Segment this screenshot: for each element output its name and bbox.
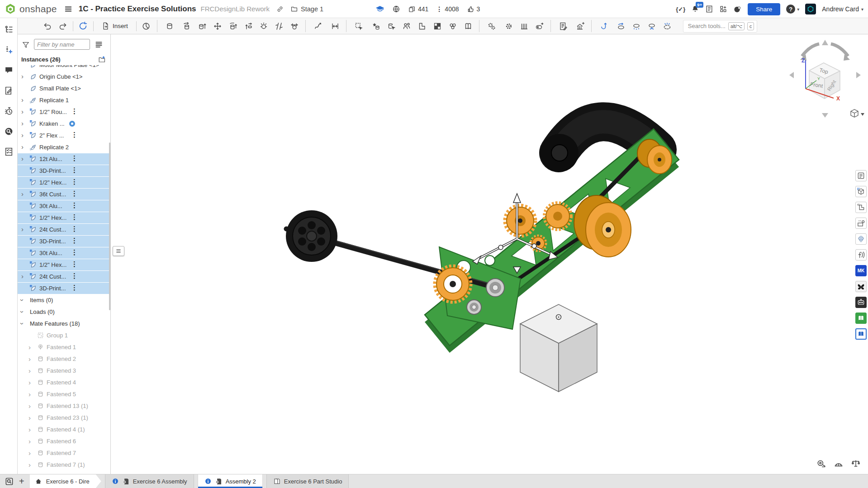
collapse-chevron-icon[interactable]: › bbox=[19, 322, 26, 325]
search-tools-input[interactable]: Search tools... alt/⌥ c bbox=[683, 20, 757, 33]
history-icon[interactable] bbox=[3, 105, 14, 117]
expand-chevron-icon[interactable]: › bbox=[21, 108, 24, 115]
expand-chevron-icon[interactable]: › bbox=[21, 143, 24, 151]
expand-chevron-icon[interactable]: › bbox=[21, 73, 24, 80]
instance-row[interactable]: › 3D-Print... ⋮ bbox=[18, 283, 110, 294]
mate-row[interactable]: › Fastened 23 (1) bbox=[18, 412, 110, 424]
suppress-dots-icon[interactable]: ⋮ bbox=[71, 154, 77, 162]
structure-icon[interactable] bbox=[574, 20, 587, 32]
instance-row[interactable]: › 1/2" Rou... ⋮ bbox=[18, 106, 110, 118]
planar-mate-icon[interactable] bbox=[212, 20, 224, 32]
suppress-dots-icon[interactable]: ⋮ bbox=[71, 190, 77, 198]
app-featurescript-icon[interactable] bbox=[855, 249, 867, 261]
suppress-dots-icon[interactable]: ⋮ bbox=[71, 201, 77, 209]
suppress-dots-icon[interactable]: ⋮ bbox=[71, 272, 77, 280]
expand-chevron-icon[interactable]: › bbox=[28, 367, 31, 374]
suppress-dots-icon[interactable]: ⋮ bbox=[71, 213, 77, 221]
insert-button[interactable]: Insert bbox=[99, 20, 131, 32]
measure-tape-icon[interactable] bbox=[816, 459, 826, 469]
expand-chevron-icon[interactable]: › bbox=[28, 343, 31, 351]
suppress-dots-icon[interactable]: ⋮ bbox=[71, 166, 77, 174]
instance-list-panel-icon[interactable] bbox=[855, 170, 867, 181]
main-menu-icon[interactable] bbox=[64, 5, 72, 13]
likes-count[interactable]: 3 bbox=[467, 5, 480, 13]
mate-row[interactable]: › Fastened 13 (1) bbox=[18, 400, 110, 412]
expand-chevron-icon[interactable]: › bbox=[28, 426, 31, 433]
public-globe-icon[interactable] bbox=[392, 5, 400, 13]
app-butterfly[interactable] bbox=[855, 281, 867, 292]
instance-row[interactable]: › Motor Mount Plate <1> ⋮ bbox=[18, 65, 110, 71]
learning-center-icon[interactable] bbox=[375, 5, 384, 14]
mate-row[interactable]: › Group 1 bbox=[18, 330, 110, 341]
instance-row[interactable]: › 30t Alu... ⋮ bbox=[18, 247, 110, 259]
expand-chevron-icon[interactable]: › bbox=[21, 155, 24, 162]
panel-scrollbar[interactable] bbox=[109, 142, 110, 310]
expand-chevron-icon[interactable]: › bbox=[21, 120, 24, 127]
workspace-tab[interactable]: Exercise 6 Part Studio bbox=[266, 474, 349, 488]
instance-row[interactable]: › Origin Cube <1> ⋮ bbox=[18, 71, 110, 83]
instance-row[interactable]: › Replicate 1 ⋮ bbox=[18, 95, 110, 106]
configurations-icon[interactable] bbox=[447, 20, 459, 32]
rotate-ccw-arrow[interactable] bbox=[802, 44, 819, 56]
suppress-dots-icon[interactable]: ⋮ bbox=[71, 131, 77, 139]
revision-icon[interactable] bbox=[69, 121, 75, 127]
tab-search-icon[interactable] bbox=[4, 474, 14, 488]
protractor-icon[interactable] bbox=[834, 459, 844, 469]
app-gem-icon[interactable] bbox=[855, 233, 867, 245]
sketch-panel-icon[interactable] bbox=[855, 218, 867, 229]
expand-chevron-icon[interactable]: › bbox=[28, 379, 31, 386]
instance-row[interactable]: › 2" Flex ... ⋮ bbox=[18, 130, 110, 142]
parallel-mate-icon[interactable] bbox=[273, 20, 285, 32]
mate-row[interactable]: › Fastened 8 bbox=[18, 471, 110, 474]
copies-count[interactable]: 441 bbox=[408, 5, 428, 13]
expand-chevron-icon[interactable]: › bbox=[28, 414, 31, 422]
part-config-panel-icon[interactable] bbox=[855, 202, 867, 213]
instance-row[interactable]: › 1/2" Hex... ⋮ bbox=[18, 259, 110, 271]
redo-icon[interactable] bbox=[57, 20, 69, 32]
mate-row[interactable]: › Fastened 2 bbox=[18, 353, 110, 365]
mate-row[interactable]: › Fastened 4 bbox=[18, 377, 110, 389]
view-cube[interactable]: Top Front Right Z X Y bbox=[784, 35, 866, 124]
expand-chevron-icon[interactable]: › bbox=[28, 402, 31, 410]
link-icon[interactable] bbox=[276, 5, 284, 13]
mass-properties-icon[interactable] bbox=[851, 459, 861, 469]
graphics-area[interactable]: Top Front Right Z X Y bbox=[111, 34, 868, 474]
instance-row[interactable]: › 30t Alu... ⋮ bbox=[18, 200, 110, 212]
suppress-dots-icon[interactable]: ⋮ bbox=[71, 107, 77, 115]
collaborate-icon[interactable] bbox=[401, 20, 413, 32]
loads-section[interactable]: › Loads (0) bbox=[18, 306, 110, 318]
filter-input[interactable] bbox=[34, 39, 90, 50]
expand-chevron-icon[interactable]: › bbox=[21, 190, 24, 198]
publications-icon[interactable] bbox=[462, 20, 474, 32]
pin-slot-mate-icon[interactable] bbox=[242, 20, 255, 32]
suppress-dots-icon[interactable]: ⋮ bbox=[71, 225, 77, 233]
view-menu[interactable] bbox=[851, 109, 864, 117]
update-sync-icon[interactable] bbox=[77, 20, 89, 32]
forks-count[interactable]: ⋮ 4008 bbox=[436, 5, 459, 13]
bom-icon[interactable] bbox=[550, 20, 571, 32]
fastened-mate-icon[interactable] bbox=[157, 20, 178, 32]
pan-left-arrow[interactable] bbox=[789, 72, 794, 78]
add-tab-button[interactable]: + bbox=[19, 474, 24, 488]
move-part-icon[interactable] bbox=[385, 20, 398, 32]
checklist-icon[interactable] bbox=[3, 146, 14, 157]
instance-row[interactable]: › 36t Cust... ⋮ bbox=[18, 189, 110, 200]
instance-row[interactable]: › Kraken ... ⋮ bbox=[18, 118, 110, 130]
mate-row[interactable]: › Fastened 3 bbox=[18, 365, 110, 377]
avatar[interactable] bbox=[805, 4, 816, 14]
instance-row[interactable]: › 3D-Print... ⋮ bbox=[18, 236, 110, 247]
mate-features-section[interactable]: › Mate Features (18) bbox=[18, 318, 110, 330]
feature-tree-icon[interactable] bbox=[3, 24, 14, 35]
mate-row[interactable]: › Fastened 7 bbox=[18, 447, 110, 459]
gear-tool-icon[interactable] bbox=[503, 20, 515, 32]
rack-icon[interactable] bbox=[518, 20, 531, 32]
app-mk[interactable]: MK bbox=[855, 265, 867, 276]
appearance-panel-icon[interactable] bbox=[855, 186, 867, 197]
share-button[interactable]: Share bbox=[748, 3, 780, 15]
rotate-down-arrow[interactable] bbox=[822, 113, 828, 118]
notifications-icon[interactable]: 9+ bbox=[691, 5, 699, 13]
group-select-icon[interactable] bbox=[346, 20, 367, 32]
suppress-dots-icon[interactable]: ⋮ bbox=[71, 237, 77, 245]
notes-icon[interactable] bbox=[3, 85, 14, 96]
undo-icon[interactable] bbox=[41, 20, 53, 32]
